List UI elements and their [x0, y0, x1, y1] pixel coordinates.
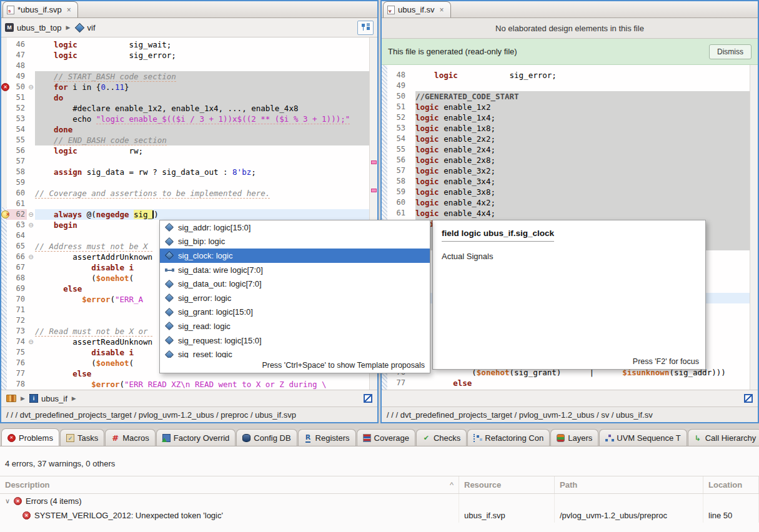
proposal-item[interactable]: sig_request: logic[15:0]: [160, 333, 430, 348]
breadcrumb-module[interactable]: M ubus_tb_top: [5, 23, 62, 32]
view-tab-tasks[interactable]: Tasks: [60, 429, 104, 446]
view-tab-factory[interactable]: Factory Overrid: [156, 429, 236, 446]
code-line[interactable]: 58logic enable_3x4;: [382, 176, 750, 187]
code-text[interactable]: done: [35, 124, 369, 135]
dismiss-button[interactable]: Dismiss: [709, 44, 752, 59]
code-line[interactable]: 51logic enable_1x2: [382, 102, 750, 112]
code-text[interactable]: [35, 199, 369, 209]
fold-marker-icon[interactable]: [27, 337, 35, 347]
proposal-item[interactable]: sig_bip: logic: [160, 235, 430, 249]
proposal-item[interactable]: sig_grant: logic[15:0]: [160, 305, 430, 320]
code-line[interactable]: 49: [382, 81, 750, 91]
code-line[interactable]: 52 #declare enable_1x2, enable_1x4, ...,…: [1, 103, 369, 114]
code-line[interactable]: 61logic enable_4x4;: [382, 208, 750, 219]
code-text[interactable]: $error("ERR READ XZ\n READ went to X or …: [35, 379, 369, 390]
code-text[interactable]: logic enable_2x2;: [415, 134, 750, 144]
maximize-icon[interactable]: [744, 394, 753, 403]
view-tab-registers[interactable]: Registers: [298, 429, 356, 446]
proposal-item[interactable]: sig_data: wire logic[7:0]: [160, 263, 430, 277]
code-text[interactable]: [415, 81, 750, 91]
quickfix-bulb-icon[interactable]: [1, 210, 9, 219]
code-text[interactable]: for i in {0..11}: [35, 82, 369, 92]
proposal-item[interactable]: sig_read: logic: [160, 319, 430, 333]
code-text[interactable]: logic enable_3x8;: [415, 187, 750, 197]
proposal-item[interactable]: sig_clock: logic: [160, 249, 430, 263]
code-text[interactable]: logic enable_1x8;: [415, 123, 750, 134]
code-text[interactable]: logic enable_3x4;: [415, 176, 750, 187]
code-line[interactable]: 77 else: [382, 378, 750, 388]
code-line[interactable]: 59logic enable_3x8;: [382, 187, 750, 197]
code-text[interactable]: logic enable_4x2;: [415, 197, 750, 208]
fold-marker-icon[interactable]: [27, 82, 35, 92]
code-text[interactable]: logic enable_3x2;: [415, 165, 750, 176]
errors-group-row[interactable]: ∨ Errors (4 items): [0, 494, 759, 508]
view-tab-coverage[interactable]: Coverage: [357, 429, 415, 446]
proposal-item[interactable]: sig_addr: logic[15:0]: [160, 220, 430, 235]
code-text[interactable]: // END_BASH code section: [35, 135, 369, 145]
hierarchy-button[interactable]: [357, 21, 374, 35]
code-line[interactable]: 60logic enable_4x2;: [382, 197, 750, 208]
code-text[interactable]: logic sig_wait;: [35, 39, 369, 50]
code-text[interactable]: logic enable_2x4;: [415, 144, 750, 155]
proposal-item[interactable]: sig_error: logic: [160, 291, 430, 305]
fold-marker-icon[interactable]: [27, 252, 35, 262]
code-line[interactable]: 51 do: [1, 92, 369, 103]
code-line[interactable]: 62 always @(negedge sig_): [1, 209, 369, 220]
code-line[interactable]: 52logic enable_1x4;: [382, 112, 750, 123]
code-text[interactable]: //GENERATED_CODE_START: [415, 91, 750, 102]
code-line[interactable]: 60// Coverage and assertions to be imple…: [1, 188, 369, 199]
code-text[interactable]: logic enable_1x4;: [415, 112, 750, 123]
code-line[interactable]: 53 echo "logic enable_$(($i / 3 + 1))x$(…: [1, 114, 369, 124]
view-tab-uvmseq[interactable]: UVM Sequence T: [599, 429, 687, 446]
tab-ubus-if-svp[interactable]: *ubus_if.svp ×: [2, 1, 78, 17]
proposal-item[interactable]: sig_data_out: logic[7:0]: [160, 277, 430, 291]
code-line[interactable]: 48: [1, 61, 369, 71]
code-text[interactable]: // Coverage and assertions to be impleme…: [35, 188, 369, 199]
code-text[interactable]: logic sig_error;: [415, 70, 750, 81]
tab-close-icon[interactable]: ×: [440, 6, 444, 14]
proposal-item[interactable]: sig_reset: logic: [160, 347, 430, 358]
code-line[interactable]: 50 for i in {0..11}: [1, 82, 369, 92]
code-line[interactable]: 48 logic sig_error;: [382, 70, 750, 81]
column-description[interactable]: Description ^: [0, 476, 459, 493]
view-tab-problems[interactable]: Problems: [1, 428, 59, 446]
code-line[interactable]: 78 $error("ERR READ XZ\n READ went to X …: [1, 379, 369, 390]
breadcrumb-ubus-if[interactable]: i ubus_if: [29, 394, 67, 403]
view-tab-refactor[interactable]: Refactoring Con: [467, 429, 550, 446]
occurrence-marker[interactable]: [371, 189, 377, 192]
tab-ubus-if-sv[interactable]: ubus_if.sv ×: [383, 1, 451, 17]
code-line[interactable]: 57: [1, 156, 369, 167]
code-text[interactable]: [35, 61, 369, 71]
error-marker-icon[interactable]: [1, 83, 9, 91]
code-text[interactable]: always @(negedge sig_): [35, 209, 369, 220]
code-line[interactable]: 53logic enable_1x8;: [382, 123, 750, 134]
code-line[interactable]: 61: [1, 199, 369, 209]
fold-marker-icon[interactable]: [27, 220, 35, 230]
tab-close-icon[interactable]: ×: [67, 6, 71, 14]
code-line[interactable]: 56logic enable_2x8;: [382, 155, 750, 165]
column-location[interactable]: Location: [703, 476, 759, 493]
code-line[interactable]: 54logic enable_2x2;: [382, 134, 750, 144]
code-text[interactable]: logic sig_error;: [35, 50, 369, 61]
code-text[interactable]: assign sig_data = rw ? sig_data_out : 8'…: [35, 167, 369, 177]
code-line[interactable]: 58 assign sig_data = rw ? sig_data_out :…: [1, 167, 369, 177]
code-line[interactable]: 46 logic sig_wait;: [1, 39, 369, 50]
problem-row[interactable]: SYSTEM_VERILOG_2012: Unexpected token 'l…: [0, 508, 759, 523]
code-line[interactable]: 56 logic rw;: [1, 145, 369, 156]
code-line[interactable]: 47 logic sig_error;: [1, 50, 369, 61]
code-line[interactable]: 55logic enable_2x4;: [382, 144, 750, 155]
code-text[interactable]: [35, 177, 369, 188]
code-line[interactable]: 59: [1, 177, 369, 188]
view-tab-layers[interactable]: Layers: [550, 429, 598, 446]
view-tab-macros[interactable]: Macros: [105, 429, 156, 446]
code-line[interactable]: 57logic enable_3x2;: [382, 165, 750, 176]
fold-marker-icon[interactable]: [27, 209, 35, 220]
column-path[interactable]: Path: [555, 476, 703, 493]
code-text[interactable]: logic enable_1x2: [415, 102, 750, 112]
collapse-chevron-icon[interactable]: ∨: [5, 497, 10, 505]
maximize-icon[interactable]: [364, 394, 372, 403]
code-text[interactable]: [35, 156, 369, 167]
code-text[interactable]: logic rw;: [35, 145, 369, 156]
code-text[interactable]: #declare enable_1x2, enable_1x4, ..., en…: [35, 103, 369, 114]
occurrence-marker[interactable]: [371, 160, 377, 164]
